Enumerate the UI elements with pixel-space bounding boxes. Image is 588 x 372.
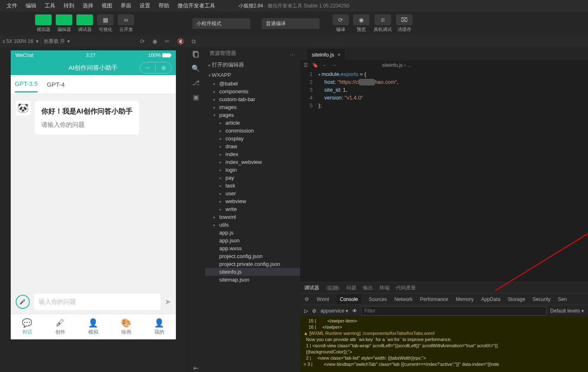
folder-login[interactable]: ▸login [205,166,300,174]
volume-icon[interactable]: 🔇 [177,38,184,45]
tabbar-sim[interactable]: 👤模拟 [77,314,110,339]
folder-commission[interactable]: ▸commission [205,127,300,135]
menu-edit[interactable]: 编辑 [21,2,40,9]
dev-tab-storage[interactable]: Storage [508,296,525,302]
inspect-icon[interactable]: ⯐ [304,296,309,302]
menu-help[interactable]: 帮助 [154,2,173,9]
filter-input[interactable] [361,306,546,315]
file-appwxss[interactable]: app.wxss [205,244,300,252]
panel-tab-output[interactable]: 输出 [363,284,373,291]
preview-button[interactable]: ◉ [353,14,370,25]
dev-tab-wxml[interactable]: Wxml [317,296,329,302]
more-icon[interactable]: … [290,50,296,57]
viz-button[interactable]: ▦ [97,14,114,25]
file-pcj[interactable]: project.config.json [205,252,300,260]
menu-interface[interactable]: 界面 [116,2,135,9]
send-button[interactable]: ➤ [165,297,171,306]
copy-icon[interactable]: ⧉ [192,38,196,45]
record-icon[interactable]: ◉ [152,38,157,45]
folder-utils[interactable]: ▸utils [205,221,300,229]
cut-icon[interactable]: ✂ [165,38,170,45]
file-appjs[interactable]: app.js [205,229,300,237]
tabbar-create[interactable]: 🖋创作 [44,314,77,339]
collapse-in-icon[interactable]: ⇤ [193,364,199,372]
folder-pages[interactable]: ▾pages [205,111,300,119]
search-icon[interactable]: 🔍 [192,64,200,72]
file-siteinfo[interactable]: siteinfo.js [205,268,300,276]
file-sitemap[interactable]: sitemap.json [205,276,300,284]
folder-draw[interactable]: ▸draw [205,142,300,150]
folder-pay[interactable]: ▸pay [205,174,300,182]
menu-view[interactable]: 视图 [97,2,116,9]
tabbar-draw[interactable]: 🎨绘画 [110,314,143,339]
tabbar-chat[interactable]: 💬对话 [11,314,44,339]
chat-input[interactable]: 输入你的问题 [34,294,161,310]
panel-tab-terminal[interactable]: 终端 [379,284,389,291]
mic-button[interactable]: 🎤 [16,295,30,309]
close-icon[interactable]: × [337,52,341,58]
folder-index[interactable]: ▸index [205,150,300,158]
editor-button[interactable] [56,14,72,25]
code-editor[interactable]: 12345 ▾ module.exports = { host: "https:… [300,70,588,282]
panel-tab-debugger[interactable]: 调试器 [304,284,319,291]
file-appjson[interactable]: app.json [205,237,300,244]
project-section[interactable]: WXAPP [205,70,300,80]
tab-gpt35[interactable]: GPT-3.5 [15,80,38,92]
dev-tab-sources[interactable]: Sources [369,296,387,302]
dev-tab-console[interactable]: Console [337,294,361,304]
menu-select[interactable]: 选择 [78,2,97,9]
folder-article[interactable]: ▸article [205,119,300,127]
block-icon[interactable]: ⊘ [312,308,316,314]
folder-task[interactable]: ▸task [205,182,300,190]
device-info[interactable]: s 5X 100% 16 [2,38,33,44]
folder-components[interactable]: ▸components [205,88,300,95]
eye-icon[interactable]: 👁 [352,308,357,314]
folder-images[interactable]: ▸images [205,103,300,111]
panel-tab-problems[interactable]: 问题 [346,284,356,291]
branch-icon[interactable]: ⎇ [192,79,199,87]
levels-dropdown[interactable]: Default levels ▾ [550,308,584,314]
panel-tab-quality[interactable]: 代码质量 [396,284,416,291]
cloud-button[interactable]: ∞ [118,14,134,25]
bookmark-icon[interactable]: 🔖 [312,62,318,68]
folder-ctb[interactable]: ▸custom-tab-bar [205,95,300,103]
menu-file[interactable]: 文件 [2,2,21,9]
dev-tab-memory[interactable]: Memory [456,296,474,302]
scope-dropdown[interactable]: appservice ▾ [320,308,348,314]
back-icon[interactable]: ← [322,62,327,68]
folder-index-wv[interactable]: ▸index_webview [205,158,300,166]
compile-button[interactable]: ⟳ [332,14,349,25]
dev-tab-network[interactable]: Network [394,296,413,302]
capsule-button[interactable]: ⋯◎ [140,62,172,73]
blocks-icon[interactable]: ▣ [193,93,199,101]
hot-reload[interactable]: 热重载 开 [44,38,65,45]
open-editors-section[interactable]: 打开的编辑器 [205,59,300,70]
menu-tool[interactable]: 工具 [40,2,59,9]
refresh-icon[interactable]: ⟳ [140,38,145,45]
tab-gpt4[interactable]: GPT-4 [47,81,64,88]
folder-user[interactable]: ▸user [205,190,300,197]
folder-write[interactable]: ▸write [205,205,300,213]
dev-tab-security[interactable]: Security [533,296,550,302]
file-ppcj[interactable]: project.private.config.json [205,260,300,268]
explorer-icon[interactable] [192,50,199,58]
clear-cache-button[interactable]: ⌧ [396,14,413,25]
folder-webview[interactable]: ▸webview [205,197,300,205]
dev-tab-sensor[interactable]: Sen [558,296,567,302]
folder-cosplay[interactable]: ▸cosplay [205,135,300,142]
dev-tab-perf[interactable]: Performance [420,296,448,302]
folder-towxml[interactable]: ▸towxml [205,213,300,221]
menu-wx[interactable]: 微信开发者工具 [173,2,219,9]
tabbar-me[interactable]: 👤我的 [143,314,176,339]
fwd-icon[interactable]: → [332,62,337,68]
menu-settings[interactable]: 设置 [135,2,154,9]
simulator-button[interactable] [35,14,52,25]
real-debug-button[interactable]: ⎚ [375,14,391,25]
list-icon[interactable]: ☰ [303,62,308,68]
mode-dropdown[interactable]: 小程序模式 [192,18,250,29]
compile-dropdown[interactable]: 普通编译 [262,18,320,29]
debugger-button[interactable] [76,14,93,25]
console-output[interactable]: 15 | </swiper-item> 16 | </swiper> ▲ [WX… [300,316,588,372]
menu-goto[interactable]: 转到 [59,2,78,9]
editor-tab-siteinfo[interactable]: siteinfo.js× [308,49,345,60]
